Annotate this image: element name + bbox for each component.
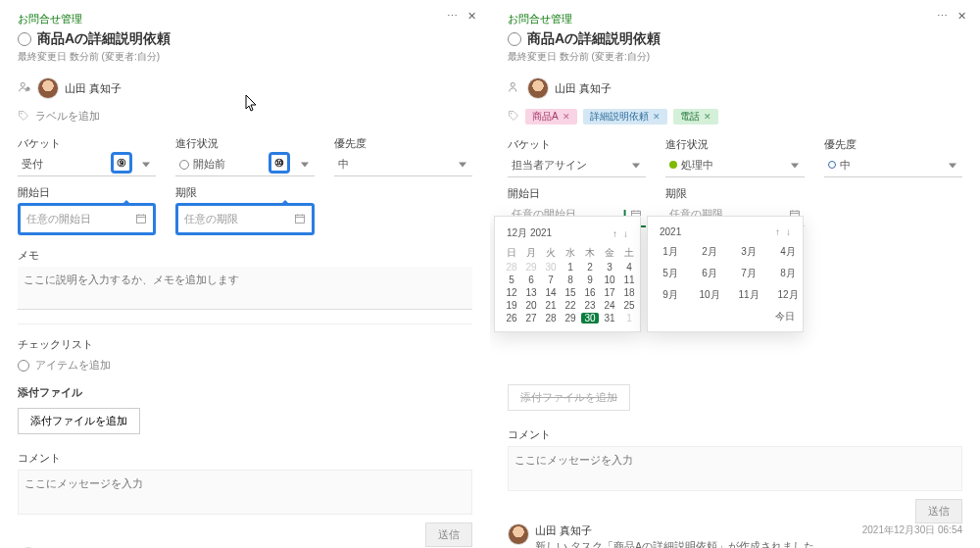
task-title: 商品Aの詳細説明依頼: [37, 30, 171, 48]
calendar-month[interactable]: 4月: [773, 245, 803, 259]
complete-radio[interactable]: [508, 32, 521, 46]
calendar-icon[interactable]: [135, 213, 147, 226]
calendar-month[interactable]: 11月: [734, 288, 763, 302]
tag-remove-icon[interactable]: ✕: [704, 112, 711, 122]
calendar-month[interactable]: 5月: [656, 267, 685, 280]
calendar-day[interactable]: 14: [542, 287, 560, 298]
calendar-day[interactable]: 11: [620, 274, 638, 285]
month-calendar-popover[interactable]: 2021 ↑↓ 1月2月3月4月5月6月7月8月9月10月11月12月 今日: [647, 216, 804, 332]
left-pane: ⋯ ✕ お問合せ管理 商品Aの詳細説明依頼 最終変更日 数分前 (変更者:自分)…: [0, 0, 490, 548]
tag[interactable]: 電話✕: [673, 109, 718, 125]
calendar-day[interactable]: 22: [562, 300, 579, 311]
assign-icon: [18, 80, 31, 96]
calendar-day[interactable]: 2: [581, 262, 599, 273]
calendar-day[interactable]: 10: [601, 274, 618, 285]
calendar-day[interactable]: 3: [601, 262, 618, 273]
prev-icon[interactable]: ↑: [612, 228, 617, 239]
calendar-day[interactable]: 24: [601, 300, 618, 311]
tag-remove-icon[interactable]: ✕: [563, 112, 570, 122]
attach-button[interactable]: 添付ファイルを追加: [508, 384, 630, 411]
startdate-input[interactable]: 任意の開始日: [21, 208, 153, 230]
calendar-icon[interactable]: [294, 213, 306, 226]
svg-point-6: [511, 113, 513, 115]
calendar-month[interactable]: 3月: [734, 245, 763, 259]
log-body: 新しい タスク「商品Aの詳細説明依頼」が作成されました: [535, 540, 962, 548]
calendar-month[interactable]: 1月: [656, 245, 685, 259]
svg-rect-3: [137, 215, 146, 223]
today-link[interactable]: 今日: [656, 310, 795, 324]
checklist-add-link[interactable]: アイテムを追加: [35, 358, 111, 373]
calendar-day[interactable]: 8: [562, 274, 579, 285]
calendar-day[interactable]: 27: [522, 313, 540, 324]
calendar-day[interactable]: 28: [503, 262, 520, 273]
calendar-day[interactable]: 29: [562, 313, 579, 324]
calendar-day[interactable]: 9: [581, 274, 599, 285]
send-button[interactable]: 送信: [425, 523, 472, 547]
progress-select[interactable]: 処理中: [665, 155, 804, 177]
calendar-day[interactable]: 1: [620, 313, 638, 324]
bucket-label: バケット: [508, 138, 646, 152]
calendar-day[interactable]: 15: [562, 287, 579, 298]
comment-textarea[interactable]: [18, 470, 472, 515]
calendar-day[interactable]: 18: [620, 287, 638, 298]
next-icon[interactable]: ↓: [623, 228, 628, 239]
calendar-day[interactable]: 21: [542, 300, 560, 311]
calendar-day[interactable]: 19: [503, 300, 520, 311]
complete-radio[interactable]: [18, 32, 31, 46]
calendar-month[interactable]: 6月: [695, 267, 724, 280]
calendar-day[interactable]: 1: [562, 262, 579, 273]
duedate-input[interactable]: 任意の期限: [178, 208, 311, 230]
calendar-day[interactable]: 31: [601, 313, 618, 324]
attach-button[interactable]: 添付ファイルを追加: [18, 408, 140, 434]
calendar-title[interactable]: 12月 2021: [507, 226, 552, 240]
calendar-month[interactable]: 8月: [773, 267, 803, 280]
tag[interactable]: 商品A✕: [525, 109, 577, 125]
day-calendar-popover[interactable]: 12月 2021 ↑↓ 日月火水木金土282930123456789101112…: [494, 216, 641, 332]
bucket-select[interactable]: 担当者アサイン: [508, 155, 646, 177]
calendar-day[interactable]: 25: [620, 300, 638, 311]
calendar-day[interactable]: 13: [522, 287, 540, 298]
calendar-month[interactable]: 2月: [695, 245, 724, 259]
next-icon[interactable]: ↓: [786, 226, 791, 237]
memo-textarea[interactable]: [18, 267, 472, 310]
startdate-callout: 任意の開始日: [18, 203, 156, 235]
calendar-month[interactable]: 10月: [695, 288, 724, 302]
calendar-day[interactable]: 17: [601, 287, 618, 298]
progress-select[interactable]: 開始前: [175, 154, 314, 176]
calendar-day[interactable]: 4: [620, 262, 638, 273]
calendar-day[interactable]: 30: [581, 313, 599, 324]
calendar-month[interactable]: 12月: [773, 288, 803, 302]
calendar-day[interactable]: 23: [581, 300, 599, 311]
close-icon[interactable]: ✕: [957, 10, 966, 23]
comment-textarea[interactable]: [508, 446, 962, 491]
memo-label: メモ: [18, 249, 472, 263]
tag-remove-icon[interactable]: ✕: [653, 112, 661, 122]
calendar-day[interactable]: 30: [542, 262, 560, 273]
calendar-day[interactable]: 7: [542, 274, 560, 285]
calendar-day[interactable]: 20: [522, 300, 540, 311]
comment-label: コメント: [508, 428, 962, 442]
more-icon[interactable]: ⋯: [937, 10, 948, 23]
close-icon[interactable]: ✕: [467, 10, 476, 23]
calendar-day[interactable]: 6: [522, 274, 540, 285]
calendar-day[interactable]: 5: [503, 274, 520, 285]
bucket-select[interactable]: 受付: [18, 154, 156, 176]
tag[interactable]: 詳細説明依頼✕: [583, 109, 667, 125]
calendar-day[interactable]: 29: [522, 262, 540, 273]
priority-select[interactable]: 中: [824, 155, 962, 177]
calendar-day[interactable]: 26: [503, 313, 520, 324]
prev-icon[interactable]: ↑: [775, 226, 780, 237]
calendar-title[interactable]: 2021: [660, 226, 681, 237]
calendar-day[interactable]: 28: [542, 313, 560, 324]
priority-select[interactable]: 中: [334, 154, 472, 176]
divider: [18, 324, 472, 324]
add-label-link[interactable]: ラベルを追加: [35, 109, 100, 124]
calendar-day[interactable]: 16: [581, 287, 599, 298]
send-button[interactable]: 送信: [915, 499, 962, 523]
checklist-add-radio[interactable]: [18, 360, 29, 372]
calendar-month[interactable]: 9月: [656, 288, 685, 302]
more-icon[interactable]: ⋯: [447, 10, 458, 23]
assignee-name: 山田 真知子: [555, 81, 612, 96]
calendar-day[interactable]: 12: [503, 287, 520, 298]
calendar-month[interactable]: 7月: [734, 267, 763, 280]
